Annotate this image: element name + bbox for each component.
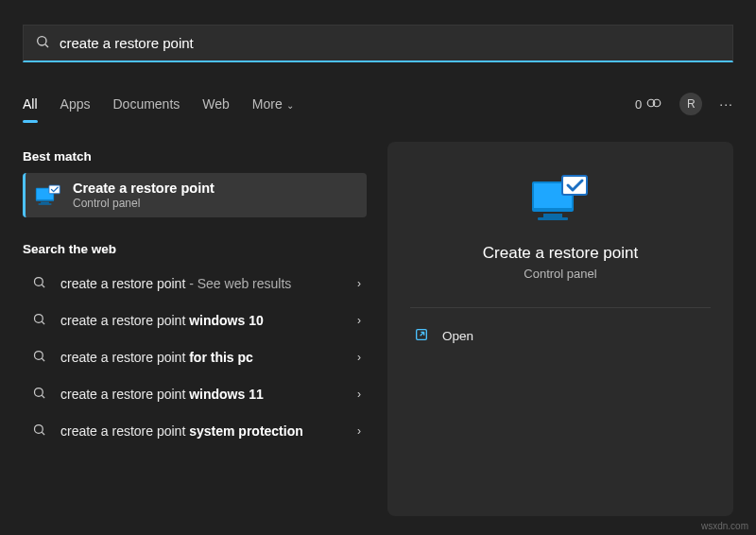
web-result[interactable]: create a restore point windows 10 › [23,302,367,339]
web-result-text: create a restore point system protection [60,423,352,440]
search-icon [30,275,47,292]
open-action[interactable]: Open [410,319,711,353]
chevron-right-icon: › [357,351,361,364]
search-input[interactable] [60,35,721,51]
more-icon[interactable]: ··· [719,96,733,112]
tab-more[interactable]: More⌄ [252,91,294,117]
chevron-down-icon: ⌄ [286,100,294,111]
web-result-text: create a restore point windows 10 [60,312,352,330]
search-icon [35,34,50,52]
best-match-title: Create a restore point [73,181,215,196]
rewards-icon [645,95,662,114]
svg-line-16 [42,395,44,398]
web-result-text: create a restore point for this pc [60,349,352,367]
web-results-list: create a restore point - See web results… [23,266,367,449]
svg-rect-22 [538,217,568,220]
chevron-right-icon: › [357,314,361,327]
search-icon [30,423,47,440]
divider [410,307,711,308]
svg-line-18 [42,432,44,435]
chevron-right-icon: › [357,277,361,290]
results-column: Best match Create a restore point Contro… [23,149,367,449]
search-web-label: Search the web [23,242,367,256]
svg-point-0 [38,37,46,45]
svg-rect-23 [562,176,587,195]
search-icon [30,386,47,403]
chevron-right-icon: › [357,388,361,401]
restore-point-icon [35,182,61,209]
best-match-item[interactable]: Create a restore point Control panel [23,173,367,217]
svg-point-17 [34,425,43,434]
svg-line-10 [42,285,44,288]
open-icon [414,327,429,345]
svg-rect-21 [543,214,562,217]
restore-point-icon [530,174,591,225]
rewards-points: 0 [635,97,642,112]
web-result[interactable]: create a restore point for this pc › [23,339,367,376]
search-icon [30,349,47,366]
avatar[interactable]: R [679,93,702,115]
svg-point-13 [34,352,43,360]
svg-rect-6 [41,201,49,203]
svg-point-15 [34,388,43,397]
best-match-label: Best match [23,149,367,164]
web-result[interactable]: create a restore point - See web results… [23,266,367,302]
tab-documents[interactable]: Documents [112,91,180,117]
svg-rect-8 [49,185,60,194]
tab-apps[interactable]: Apps [60,91,91,117]
search-bar[interactable] [23,25,733,62]
watermark: wsxdn.com [701,521,748,531]
best-match-subtitle: Control panel [73,197,215,210]
web-result[interactable]: create a restore point windows 11 › [23,376,367,413]
preview-subtitle: Control panel [524,267,596,281]
web-result-text: create a restore point windows 11 [60,386,352,404]
web-result[interactable]: create a restore point system protection… [23,413,367,450]
svg-point-9 [34,278,43,286]
preview-title: Create a restore point [483,244,638,263]
web-result-text: create a restore point - See web results [60,275,352,293]
preview-pane: Create a restore point Control panel Ope… [387,142,733,516]
svg-point-11 [34,315,43,323]
svg-rect-7 [39,203,52,204]
svg-line-14 [42,359,44,362]
tab-all[interactable]: All [23,91,38,117]
tab-web[interactable]: Web [202,91,230,117]
chevron-right-icon: › [357,424,361,438]
svg-line-12 [42,322,44,325]
svg-line-1 [45,44,48,47]
open-label: Open [442,329,473,343]
filter-tabs: All Apps Documents Web More⌄ 0 R ··· [23,91,733,117]
search-icon [30,312,47,329]
rewards-badge[interactable]: 0 [635,95,662,114]
